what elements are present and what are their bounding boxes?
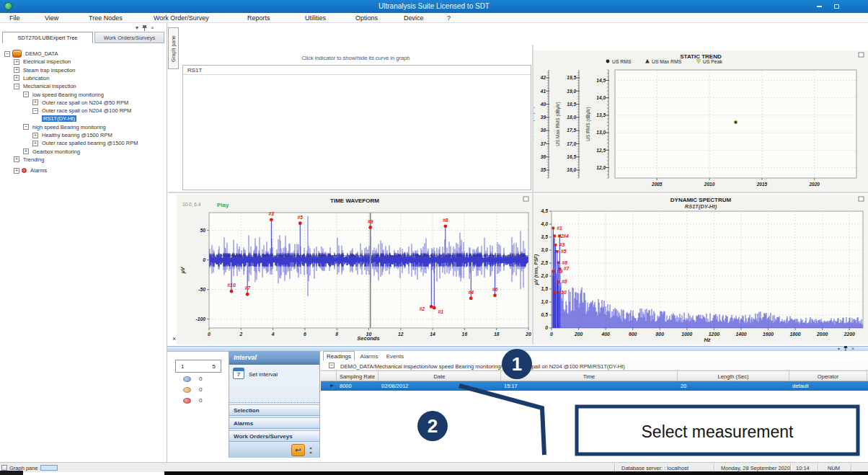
expander-plus-icon[interactable]: + <box>14 156 19 162</box>
tree-item-lubrication[interactable]: +Lubrication <box>14 74 51 82</box>
apply-interval-button[interactable]: ↩ <box>291 444 305 456</box>
column-header-sampling-rate[interactable]: Sampling Rate <box>337 371 378 382</box>
spin-down-icon[interactable]: ▾ <box>309 450 311 456</box>
window-title: Ultranalysis Suite Licensed to SDT <box>0 2 868 10</box>
maximize-chart-icon[interactable] <box>859 53 864 57</box>
expander-plus-icon[interactable]: + <box>32 99 38 105</box>
svg-text:37: 37 <box>541 141 546 146</box>
accordion-section-alarms[interactable]: Alarms <box>229 417 319 429</box>
tree-item-steam-trap-inspection[interactable]: +Steam trap inspection <box>14 66 77 74</box>
svg-text:#8: #8 <box>443 218 448 223</box>
column-header-date[interactable]: Date <box>378 371 501 382</box>
readings-table-row[interactable]: ► 800002/08/201215:1720default <box>321 381 868 391</box>
window-icon <box>1 465 7 471</box>
x-axis-label: Seconds <box>357 335 379 342</box>
dynamic-spectrum-chart[interactable]: 0200400600800100012001400160018002000220… <box>533 195 868 345</box>
expander-minus-icon[interactable]: − <box>23 92 29 97</box>
expander-plus-icon[interactable]: + <box>14 59 19 65</box>
tree-item-healthy-bearing-1500-rpm[interactable]: +Healthy bearing @1500 RPM <box>32 131 114 139</box>
menu-item-item[interactable]: ? <box>447 14 451 22</box>
menu-item-work-order-survey[interactable]: Work Order/Survey <box>154 14 209 22</box>
horizontal-splitter[interactable] <box>168 192 868 193</box>
tree-item-electrical-inspection[interactable]: +Electrical inspection <box>14 58 72 66</box>
expander-plus-icon[interactable]: + <box>14 75 19 81</box>
svg-text:200: 200 <box>574 332 583 337</box>
expander-plus-icon[interactable]: + <box>32 141 38 146</box>
tree-item-alarms[interactable]: +Alarms <box>14 167 48 174</box>
set-interval-button[interactable]: Set interval <box>249 371 278 378</box>
tree-item-outer-race-spall-on-n204-100-rpm[interactable]: −Outer race spall on N204 @100 RPM <box>32 107 133 115</box>
maximize-button[interactable] <box>831 3 842 11</box>
menu-item-device[interactable]: Device <box>404 14 424 22</box>
column-header-length-sec[interactable]: Length (Sec) <box>678 371 789 382</box>
static-trend-chart[interactable]: 20052010201520203536373839404142US Peak … <box>533 50 868 192</box>
svg-text:800: 800 <box>656 332 665 337</box>
tree-item-label: Steam trap inspection <box>22 67 77 74</box>
svg-text:#5: #5 <box>561 249 567 254</box>
data-point-us-rms[interactable] <box>734 120 738 124</box>
expander-plus-icon[interactable]: + <box>14 168 19 174</box>
taskbar-strip <box>164 471 868 475</box>
maximize-chart-icon[interactable] <box>859 197 864 201</box>
expander-minus-icon[interactable]: − <box>23 124 29 130</box>
path-expander[interactable]: − <box>329 363 335 368</box>
menu-item-file[interactable]: File <box>9 14 20 22</box>
menu-item-tree-nodes[interactable]: Tree Nodes <box>89 14 123 22</box>
expander-plus-icon[interactable]: + <box>23 148 29 154</box>
tab-events[interactable]: Events <box>384 352 407 361</box>
tree-item-outer-race-spall-on-n204-50-rpm[interactable]: +Outer race spall on N204 @50 RPM <box>32 99 130 107</box>
indicator-panel[interactable]: RS1T <box>182 65 531 190</box>
tree-item-outer-race-spalled-bearing-1500-rpm[interactable]: +Outer race spalled bearing @1500 RPM <box>32 139 140 147</box>
tree-item-demo-data[interactable]: −DEMO_DATA <box>4 50 60 58</box>
svg-text:39: 39 <box>541 115 546 120</box>
menu-item-reports[interactable]: Reports <box>247 14 270 22</box>
expander-minus-icon[interactable]: − <box>4 51 10 57</box>
graph-pane-close-icon[interactable]: × <box>172 336 176 342</box>
svg-text:#6: #6 <box>492 287 498 292</box>
expander-plus-icon[interactable]: + <box>14 67 19 73</box>
status-dot-icon <box>183 376 191 382</box>
expander-minus-icon[interactable]: − <box>14 84 19 89</box>
readings-table-header: Sampling RateDateTimeLength (Sec)Operato… <box>321 370 868 381</box>
accordion-section-work-orders-surveys[interactable]: Work Orders/Surveys <box>229 430 319 442</box>
expander-minus-icon[interactable]: − <box>32 108 38 114</box>
pin-icon[interactable] <box>142 25 147 32</box>
tree-item-low-speed-bearing-monitoring[interactable]: −low speed Bearing monitoring <box>23 91 105 99</box>
menu-item-view[interactable]: View <box>45 14 58 22</box>
tree-item-rs1t-dy-ht[interactable]: RS1T(DY-Ht) <box>42 115 76 123</box>
taskbar-corner <box>0 471 23 475</box>
tree-item-gearbox-monitoring[interactable]: +Gearbox monitoring <box>23 148 81 156</box>
tab-readings[interactable]: Readings <box>323 351 355 361</box>
menu-item-options[interactable]: Options <box>355 14 378 22</box>
accordion-section-selection[interactable]: Selection <box>229 404 319 416</box>
svg-text:#9: #9 <box>368 219 373 224</box>
maximize-chart-icon[interactable] <box>523 197 528 201</box>
play-indicator[interactable]: Play <box>217 202 229 208</box>
pane-close-icon[interactable]: × <box>151 25 154 31</box>
column-header-time[interactable]: Time <box>501 371 678 382</box>
svg-text:16,0: 16,0 <box>567 167 576 173</box>
tab-sdt270-lubexpert-tree[interactable]: SDT270/LUBExpert Tree <box>2 32 93 43</box>
spin-up-icon[interactable]: ▴ <box>309 445 311 450</box>
tree-item-high-speed-bearing-monitoring[interactable]: −high speed Bearing monitoring <box>23 123 107 131</box>
accordion-spinner[interactable]: ▴ ▾ <box>307 444 314 456</box>
graph-pane-vertical-tab[interactable]: Graph pane <box>168 27 179 69</box>
column-header-operator[interactable]: Operator <box>789 371 867 382</box>
menu-item-utilities[interactable]: Utilities <box>305 14 326 22</box>
expander-plus-icon[interactable]: + <box>32 133 38 138</box>
tab-alarms[interactable]: Alarms <box>357 352 381 361</box>
tree-item-trending[interactable]: +Trending <box>14 156 45 164</box>
interval-section-header[interactable]: Interval <box>229 352 319 365</box>
minimize-button[interactable] <box>813 3 825 11</box>
tab-work-orders-surveys[interactable]: Work Orders/Surveys <box>94 32 164 43</box>
time-waveform-chart[interactable]: 02468101214161820-100-50050#1#2#3#4#5#6#… <box>177 195 532 345</box>
svg-text:12: 12 <box>398 332 404 337</box>
svg-text:14,5: 14,5 <box>596 78 606 84</box>
pane-controls: ▾ × <box>136 25 166 32</box>
calendar-icon[interactable]: 7 <box>233 368 244 379</box>
measurement-path-row: − DEMO_DATA/Mechanical inspection/low sp… <box>321 361 868 370</box>
tree-item-mechanical-inspection[interactable]: −Mechanical inspection <box>14 82 78 90</box>
alarm-counter-box: 1 5 <box>175 360 221 373</box>
measurement-path: DEMO_DATA/Mechanical inspection/low spee… <box>340 363 625 370</box>
pane-caret-icon[interactable]: ▾ <box>136 25 138 31</box>
